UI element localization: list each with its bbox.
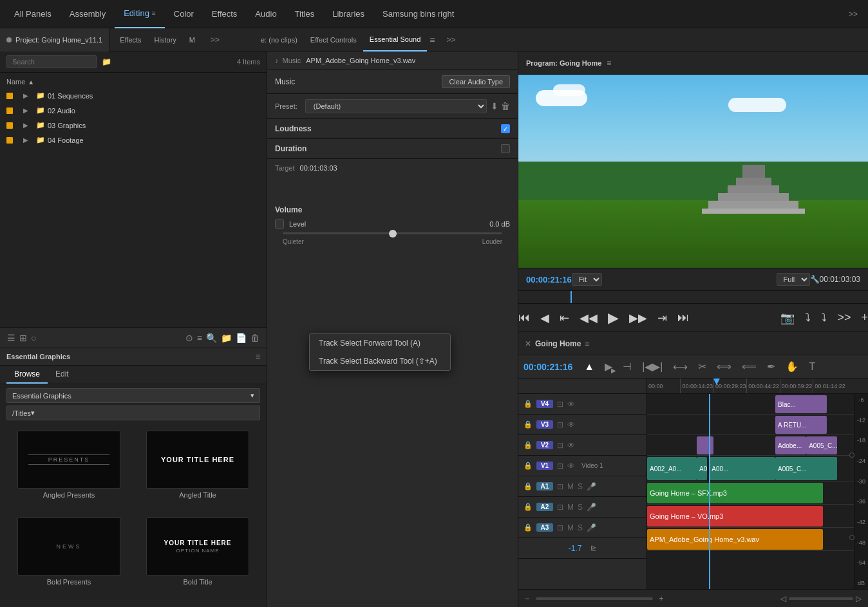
nav-effects[interactable]: Effects [203,0,247,28]
type-tool[interactable]: T [805,359,819,375]
lock-icon[interactable]: 🔒 [524,462,533,470]
template-bold-presents[interactable]: NEWS Bold Presents [6,518,131,601]
tab-more[interactable]: M [183,28,202,51]
tab-history[interactable]: History [148,28,183,51]
clip-v4-black[interactable]: Blac... [775,395,827,413]
project-tab[interactable]: Project: Going Home_v11.1 [0,28,109,51]
track-mic-icon[interactable]: 🎤 [587,503,596,512]
track-eye-btn[interactable]: 👁 [567,441,575,450]
clip-v1-a00[interactable]: A00... [709,457,775,480]
sequence-close-btn[interactable]: ✕ [525,339,531,348]
selection-tool[interactable]: ▲ [580,359,598,375]
loudness-checkbox[interactable]: ✓ [501,124,510,133]
nav-color[interactable]: Color [165,0,203,28]
quality-select[interactable]: Full [777,273,810,286]
fwd-btn[interactable]: ▶▶ [629,311,647,325]
slip-tool[interactable]: ⟺ [713,358,735,375]
track-s-btn[interactable]: S [578,503,583,512]
track-mic-icon[interactable]: 🎤 [587,523,596,532]
freeform-btn[interactable]: ○ [31,333,36,343]
keyframe-icon[interactable]: ⊵ [590,544,596,552]
track-sync-btn[interactable]: ⊡ [557,482,563,491]
razor-tool[interactable]: ✂ [694,358,710,375]
nav-assembly[interactable]: Assembly [61,0,115,28]
track-m-btn[interactable]: M [567,523,574,532]
lock-icon[interactable]: 🔒 [524,523,533,532]
add-track-btn[interactable]: + [861,311,868,324]
step-back-btn[interactable]: ⏮ [518,311,530,324]
scroll-left-btn[interactable]: ◁ [780,594,786,603]
play-btn[interactable]: ▶ [608,310,619,326]
eg-menu-icon[interactable]: ≡ [256,352,260,361]
back-btn[interactable]: ◀◀ [580,311,598,325]
slider-thumb[interactable] [389,230,397,238]
ripple-edit-tool[interactable]: ⊣ [619,358,636,375]
playback-bar[interactable] [518,291,868,304]
project-search-input[interactable] [6,55,97,68]
in-point-btn[interactable]: ⇤ [560,311,569,325]
export-frame-btn[interactable]: 📷 [780,311,795,325]
tab-effect-controls[interactable]: Effect Controls [304,28,363,51]
nav-samsung[interactable]: Samsung bins right [373,0,463,28]
track-sync-btn[interactable]: ⊡ [557,503,563,512]
clip-v1-a005[interactable]: A005... [697,457,707,480]
nav-libraries[interactable]: Libraries [323,0,373,28]
pen-tool[interactable]: ✒ [763,358,779,375]
preset-select[interactable]: (Default) [305,99,487,113]
search-folder-icon[interactable]: 📁 [102,57,111,66]
volume-slider[interactable] [283,232,502,234]
clip-v2-adobe[interactable]: Adobe... [775,436,806,454]
eg-tab-edit[interactable]: Edit [48,366,77,384]
tree-name-header[interactable]: Name ▲ [0,75,267,88]
lock-icon[interactable]: 🔒 [524,503,533,511]
timeline-zoom-slider[interactable] [536,597,652,600]
track-eye-btn[interactable]: 👁 [567,400,575,409]
track-m-btn[interactable]: M [567,503,574,512]
track-select-tool[interactable]: ▶▶ [601,358,616,375]
level-checkbox[interactable] [275,219,284,229]
track-eye-btn[interactable]: 👁 [567,462,575,471]
ctx-track-select-fwd[interactable]: Track Select Forward Tool (A) [310,334,450,352]
track-m-btn[interactable]: M [567,482,574,491]
track-sync-btn[interactable]: ⊡ [557,400,563,409]
clear-audio-type-btn[interactable]: Clear Audio Type [442,75,510,88]
clip-v2-b[interactable] [698,436,708,445]
monitor-menu-icon[interactable]: ≡ [607,59,611,68]
folder-02-audio[interactable]: ▶ 📁 02 Audio [0,103,267,118]
lock-icon[interactable]: 🔒 [524,420,533,429]
back-frame-btn[interactable]: ◀ [540,311,549,325]
expand-transport-btn[interactable]: >> [837,311,851,324]
fit-select[interactable]: Fit [572,273,602,286]
lock-icon[interactable]: 🔒 [524,400,533,408]
track-sync-btn[interactable]: ⊡ [557,462,563,471]
mid-expand[interactable]: >> [441,35,460,44]
step-fwd-btn[interactable]: ⏭ [677,311,689,324]
delete-btn[interactable]: 🗑 [250,333,259,343]
track-sync-btn[interactable]: ⊡ [557,523,563,532]
clip-a1-sfx[interactable]: Going Home – SFX.mp3 [647,483,823,503]
automate-btn[interactable]: ≡ [197,333,202,343]
track-eye-btn[interactable]: 👁 [567,420,575,429]
preset-delete-icon[interactable]: 🗑 [501,101,510,111]
track-sync-btn[interactable]: ⊡ [557,441,563,450]
tab-essential-sound[interactable]: Essential Sound [363,28,428,51]
clip-v3-retu[interactable]: A RETU... [775,416,827,434]
list-view-btn[interactable]: ☰ [7,333,15,343]
folder-04-footage[interactable]: ▶ 📁 04 Footage [0,133,267,147]
slide-tool[interactable]: ⟸ [738,358,760,375]
nav-expand-btn[interactable]: >> [844,7,863,21]
wrench-icon[interactable]: 🔧 [810,275,820,284]
lock-icon[interactable]: 🔒 [524,441,533,449]
rate-stretch-tool[interactable]: ⟷ [669,358,692,375]
clip-v2-a005c[interactable]: A005_C... [806,436,837,454]
clip-v1-a005c[interactable]: A005_C... [775,457,837,480]
icon-view-btn[interactable]: ⊞ [19,333,27,343]
new-item-btn[interactable]: 📄 [236,333,247,343]
zoom-btn[interactable]: ⊙ [185,333,193,343]
eg-tab-browse[interactable]: Browse [6,366,48,384]
clip-v1-a002[interactable]: A002_A0... [647,457,697,480]
template-angled-title[interactable]: YOUR TITLE HERE Angled Title [135,431,260,514]
track-mic-icon[interactable]: 🎤 [587,482,596,491]
hand-tool[interactable]: ✋ [782,358,802,375]
preset-save-icon[interactable]: ⬇ [491,101,498,111]
